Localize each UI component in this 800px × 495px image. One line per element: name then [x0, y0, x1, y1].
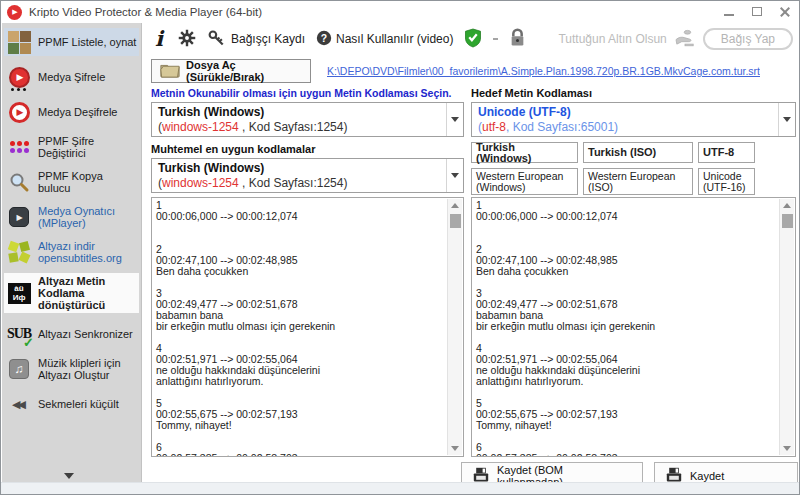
open-file-button[interactable]: Dosya Aç (Sürükle/Bırak): [151, 59, 311, 83]
source-panel-header: Metnin Okunabilir olması için uygun Meti…: [151, 87, 464, 99]
sidebar-item-1[interactable]: ▶Medya Şifrele: [4, 63, 139, 91]
file-bar: Dosya Aç (Sürükle/Bırak) K:\DEPO\DVD\Fil…: [151, 58, 793, 83]
footer-strip: [1, 482, 799, 494]
subtitle-download-icon: [6, 240, 32, 264]
scrollbar[interactable]: [447, 199, 462, 455]
donate-button[interactable]: Bağış Yap: [703, 28, 793, 50]
sidebar-item-label: PPMF Kopya bulucu: [38, 170, 137, 194]
sidebar-item-label: PPMF Listele, oynat: [38, 36, 136, 48]
sidebar-item-label: Sekmeleri küçült: [38, 398, 119, 410]
scroll-thumb[interactable]: [782, 214, 793, 228]
sidebar-item-label: Medya Oynatıcı (MPlayer): [38, 205, 137, 229]
sidebar-item-label: Altyazı Senkronizer: [38, 328, 133, 340]
sidebar-item-label: Medya Deşifrele: [38, 106, 117, 118]
password-dots-icon: [6, 135, 32, 159]
source-subtitle-textarea[interactable]: 1 00:00:06,000 --> 00:00:12,074 2 00:02:…: [151, 197, 464, 457]
encoding-preset-button[interactable]: Turkish (Windows): [471, 142, 578, 163]
sub-sync-icon: SUB✓: [6, 322, 32, 346]
maximize-button[interactable]: [751, 6, 763, 18]
thumbnails-icon: [6, 30, 32, 54]
target-encoding-name: Unicode (UTF-8): [478, 105, 772, 120]
motto-text: Tuttuğun Altın Olsun: [558, 32, 666, 46]
suggested-encoding-select[interactable]: Turkish (Windows) (windows-1254 , Kod Sa…: [151, 158, 464, 193]
suggested-encoding-detail: (windows-1254 , Kod Sayfası:1254): [158, 176, 440, 190]
sidebar-item-7[interactable]: àüИфAltyazı Metin Kodlama dönüştürücü: [4, 273, 139, 313]
open-file-label: Dosya Aç (Sürükle/Bırak): [186, 59, 302, 83]
source-encoding-panel: Metnin Okunabilir olması için uygun Meti…: [151, 87, 464, 193]
folder-icon: [160, 62, 180, 80]
media-player-icon: ▶: [6, 205, 32, 229]
sidebar-item-4[interactable]: PPMF Kopya bulucu: [4, 168, 139, 196]
question-icon: ?: [316, 30, 332, 49]
lock-icon[interactable]: [509, 28, 526, 51]
scroll-thumb[interactable]: [450, 214, 461, 228]
target-subtitle-text: 1 00:00:06,000 --> 00:00:12,074 2 00:02:…: [472, 198, 780, 456]
encoding-preset-button[interactable]: Turkish (ISO): [583, 142, 693, 163]
target-encoding-select[interactable]: Unicode (UTF-8) (utf-8, Kod Sayfası:6500…: [471, 102, 796, 137]
donor-registry-label: Bağışçı Kaydı: [231, 32, 305, 46]
minimize-button[interactable]: [723, 6, 735, 18]
settings-gear-icon[interactable]: [178, 29, 196, 50]
source-encoding-select[interactable]: Turkish (Windows) (windows-1254 , Kod Sa…: [151, 102, 464, 137]
scroll-down-icon[interactable]: [780, 442, 794, 455]
app-window: ▶ Kripto Video Protector & Media Player …: [0, 0, 800, 495]
sidebar-item-label: Medya Şifrele: [38, 71, 105, 83]
sidebar-item-5[interactable]: ▶Medya Oynatıcı (MPlayer): [4, 203, 139, 231]
target-panel-header: Hedef Metin Kodlaması: [471, 87, 796, 99]
source-encoding-detail: (windows-1254 , Kod Sayfası:1254): [158, 120, 440, 134]
music-subtitle-icon: ♫: [6, 357, 32, 381]
sidebar-item-9[interactable]: ♫Müzik klipleri için Altyazı Oluştur: [4, 355, 139, 383]
source-subtitle-text: 1 00:00:06,000 --> 00:00:12,074 2 00:02:…: [152, 198, 448, 456]
encoding-preset-grid: Turkish (Windows)Turkish (ISO)UTF-8Weste…: [471, 142, 796, 195]
sidebar-item-label: Müzik klipleri için Altyazı Oluştur: [38, 357, 137, 381]
source-encoding-name: Turkish (Windows): [158, 105, 440, 120]
encrypt-play-icon: ▶: [6, 65, 32, 89]
sidebar-item-0[interactable]: PPMF Listele, oynat: [4, 28, 139, 56]
dropdown-arrow-icon[interactable]: [778, 103, 795, 136]
close-button[interactable]: [779, 6, 791, 18]
info-icon[interactable]: i: [151, 29, 167, 49]
sidebar-item-2[interactable]: ▶Medya Deşifrele: [4, 98, 139, 126]
how-to-use-label: Nasıl Kullanılır (video): [336, 32, 453, 46]
scroll-up-icon[interactable]: [448, 199, 462, 212]
target-subtitle-textarea[interactable]: 1 00:00:06,000 --> 00:00:12,074 2 00:02:…: [471, 197, 796, 457]
scroll-down-icon[interactable]: [448, 442, 462, 455]
suggested-encoding-name: Turkish (Windows): [158, 161, 440, 176]
donate-hand-icon: [674, 29, 696, 50]
dropdown-arrow-icon[interactable]: [446, 159, 463, 192]
encoding-preset-button[interactable]: Western European (ISO): [583, 168, 693, 195]
sidebar-item-8[interactable]: SUB✓Altyazı Senkronizer: [4, 320, 139, 348]
encoding-preset-button[interactable]: UTF-8: [698, 142, 755, 163]
key-icon: [207, 29, 227, 50]
text-encoding-icon: àüИф: [6, 281, 32, 305]
copy-search-icon: [6, 170, 32, 194]
donor-registry-button[interactable]: Bağışçı Kaydı: [207, 29, 305, 50]
sidebar-item-label: Altyazı indir opensubtitles.org: [38, 240, 137, 264]
sidebar: PPMF Listele, oynat▶Medya Şifrele▶Medya …: [2, 23, 142, 484]
sidebar-item-3[interactable]: PPMF Şifre Değiştirici: [4, 133, 139, 161]
how-to-use-button[interactable]: ? Nasıl Kullanılır (video): [316, 30, 453, 49]
window-controls: [723, 6, 791, 18]
sidebar-item-label: PPMF Şifre Değiştirici: [38, 135, 137, 159]
dropdown-arrow-icon[interactable]: [446, 103, 463, 136]
svg-text:?: ?: [321, 32, 327, 43]
window-title: Kripto Video Protector & Media Player (6…: [29, 6, 262, 18]
sidebar-item-10[interactable]: ◀◀Sekmeleri küçült: [4, 390, 139, 418]
save-label: Kaydet: [690, 470, 724, 482]
decrypt-play-icon: ▶: [6, 100, 32, 124]
encoding-preset-button[interactable]: Western European (Windows): [471, 168, 578, 195]
encoding-preset-button[interactable]: Unicode (UTF-16): [698, 168, 755, 195]
collapse-tabs-icon: ◀◀: [6, 392, 32, 416]
toolbar: i Bağışçı Kaydı ? Nasıl Kullanılır (vide…: [151, 25, 793, 53]
separator-dash: [493, 38, 498, 40]
app-logo-icon: ▶: [7, 5, 22, 20]
scrollbar[interactable]: [779, 199, 794, 455]
sidebar-item-label: Altyazı Metin Kodlama dönüştürücü: [38, 275, 137, 311]
sidebar-scroll-down-icon[interactable]: [64, 473, 74, 479]
shield-check-icon[interactable]: [464, 28, 482, 51]
sidebar-item-6[interactable]: Altyazı indir opensubtitles.org: [4, 238, 139, 266]
suggested-encodings-label: Muhtemel en uygun kodlamalar: [151, 143, 464, 155]
target-encoding-panel: Hedef Metin Kodlaması Unicode (UTF-8) (u…: [471, 87, 796, 195]
opened-file-link[interactable]: K:\DEPO\DVD\Filmler\00_favorilerim\A.Sim…: [327, 65, 760, 77]
scroll-up-icon[interactable]: [780, 199, 794, 212]
